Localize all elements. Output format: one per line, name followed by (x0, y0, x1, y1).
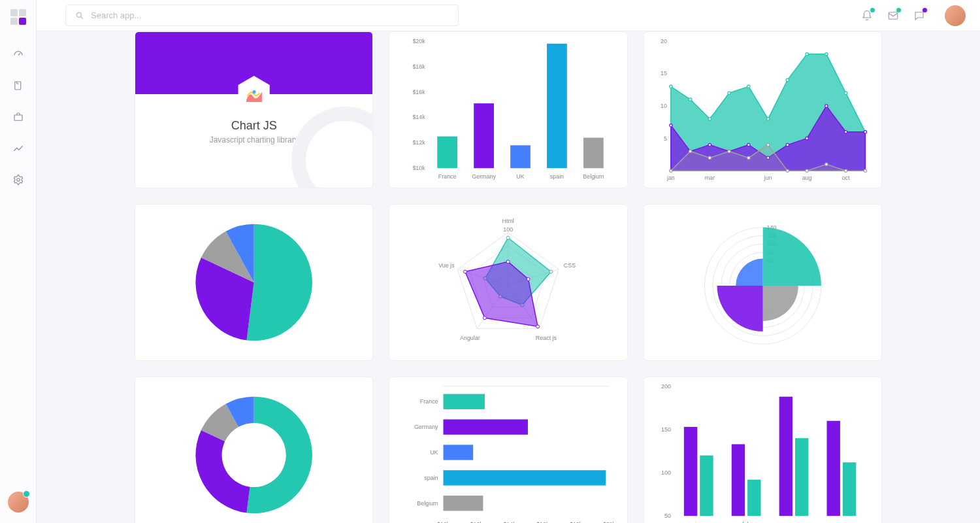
svg-rect-104 (444, 496, 483, 511)
svg-text:jun: jun (763, 175, 772, 181)
svg-point-84 (483, 316, 487, 320)
svg-text:Angular: Angular (460, 335, 480, 341)
radar-chart-card: HtmlCSSReact jsAngularVue js100 (389, 204, 627, 361)
main: Chart JS Javascript charting library $10… (37, 0, 980, 523)
svg-rect-15 (474, 103, 495, 168)
donut-chart (135, 377, 372, 523)
radar-chart: HtmlCSSReact jsAngularVue js100 (389, 205, 627, 360)
side-nav (12, 48, 24, 186)
svg-text:France: France (420, 398, 438, 405)
svg-text:Germany: Germany (472, 173, 497, 180)
donut-chart-card (135, 377, 373, 523)
svg-text:200: 200 (661, 383, 671, 390)
svg-text:spain: spain (425, 475, 438, 481)
briefcase-icon[interactable] (12, 111, 24, 123)
trend-icon[interactable] (12, 143, 24, 154)
svg-point-76 (507, 236, 510, 239)
intro-subtitle: Javascript charting library (210, 135, 299, 144)
pages-icon[interactable] (12, 80, 24, 92)
gear-icon[interactable] (12, 174, 24, 186)
svg-point-49 (669, 169, 672, 172)
svg-point-54 (766, 143, 769, 146)
svg-text:5: 5 (664, 135, 667, 142)
svg-text:Belgium: Belgium (583, 173, 604, 180)
grouped-bar-chart: 50100150200janfebmarapr (644, 377, 881, 523)
sidebar (0, 0, 37, 523)
svg-point-33 (786, 78, 789, 81)
svg-point-34 (806, 53, 808, 56)
svg-rect-123 (779, 397, 792, 516)
grouped-bar-card: 50100150200janfebmarapr (644, 377, 882, 523)
search-icon (75, 11, 84, 20)
svg-text:$14k: $14k (413, 114, 426, 120)
user-avatar[interactable] (945, 5, 966, 26)
svg-rect-124 (795, 438, 808, 516)
hbar-chart-card: FranceGermanyUKspainBelgium$10k$12k$14k$… (389, 377, 627, 523)
svg-text:UK: UK (431, 449, 438, 456)
svg-point-45 (806, 137, 808, 139)
gauge-icon[interactable] (12, 48, 24, 60)
app-logo[interactable] (10, 9, 26, 25)
svg-text:spain: spain (550, 173, 564, 180)
area-chart-card: 5101520janmarjunaugoct (644, 31, 882, 188)
svg-rect-127 (843, 462, 856, 516)
svg-point-85 (464, 270, 467, 273)
topbar (37, 0, 980, 31)
sidebar-avatar[interactable] (8, 492, 29, 513)
svg-rect-118 (700, 456, 713, 516)
svg-point-50 (689, 150, 691, 152)
svg-text:$10k: $10k (413, 165, 426, 171)
svg-text:150: 150 (661, 426, 671, 433)
svg-point-58 (844, 169, 847, 172)
bell-badge (870, 8, 875, 12)
svg-rect-96 (444, 394, 485, 409)
svg-text:Vue js: Vue js (438, 262, 455, 269)
svg-point-55 (786, 169, 789, 172)
svg-point-40 (708, 143, 711, 146)
svg-point-42 (747, 143, 749, 146)
svg-point-53 (747, 156, 749, 159)
svg-text:15: 15 (661, 70, 667, 76)
intro-card: Chart JS Javascript charting library (135, 31, 373, 188)
svg-text:jan: jan (666, 175, 675, 181)
svg-point-52 (728, 150, 730, 152)
svg-text:10: 10 (661, 103, 667, 109)
svg-point-30 (728, 92, 730, 94)
bar-chart-card: $10k$12k$14k$16k$18k$20kFranceGermanyUKs… (389, 31, 627, 188)
svg-text:$18k: $18k (413, 63, 426, 70)
svg-rect-1 (14, 115, 22, 120)
svg-point-31 (747, 85, 749, 88)
svg-point-32 (766, 118, 769, 120)
chat-button[interactable] (913, 10, 925, 22)
search-input[interactable] (91, 10, 449, 20)
search-field[interactable] (65, 5, 459, 26)
notifications-button[interactable] (861, 10, 873, 22)
svg-point-27 (669, 85, 672, 88)
svg-point-57 (825, 163, 827, 165)
svg-text:Html: Html (502, 218, 514, 224)
svg-text:France: France (438, 173, 457, 180)
svg-text:UK: UK (517, 173, 525, 180)
svg-point-83 (536, 325, 540, 328)
svg-point-2 (16, 178, 20, 182)
area-chart: 5101520janmarjunaugoct (644, 32, 881, 188)
svg-point-48 (864, 131, 866, 133)
svg-point-6 (252, 90, 255, 93)
svg-point-29 (708, 118, 711, 120)
svg-point-82 (527, 277, 530, 280)
svg-point-44 (786, 143, 789, 146)
svg-point-81 (507, 260, 510, 263)
messages-button[interactable] (887, 10, 899, 22)
svg-point-3 (76, 12, 81, 17)
svg-rect-17 (510, 145, 531, 168)
svg-text:100: 100 (661, 469, 671, 476)
svg-point-28 (689, 98, 691, 101)
svg-point-38 (669, 124, 672, 127)
svg-text:CSS: CSS (564, 262, 576, 269)
svg-point-36 (844, 92, 847, 94)
svg-rect-19 (547, 44, 567, 168)
svg-point-51 (708, 156, 711, 159)
svg-text:50: 50 (664, 513, 671, 519)
svg-rect-102 (444, 470, 606, 485)
mail-badge (896, 8, 901, 12)
